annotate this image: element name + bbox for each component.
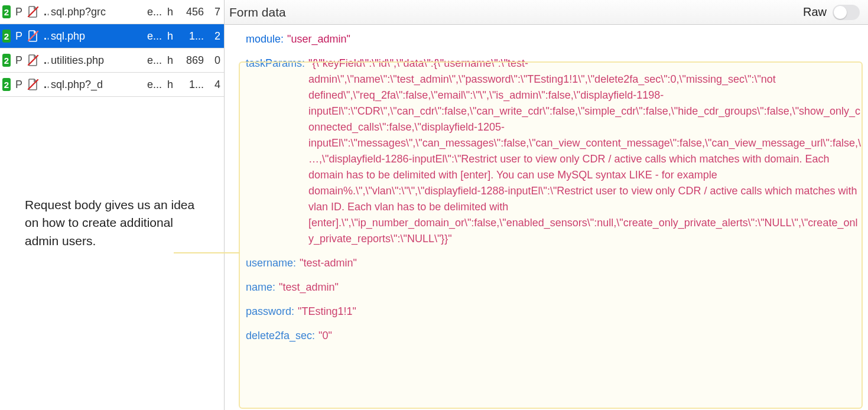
- kv-taskparams: taskParams: "{\"keyField\":\"id\",\"data…: [246, 56, 866, 247]
- annotation-text: Request body gives us an idea on how to …: [25, 198, 194, 248]
- col-h: h: [165, 54, 180, 67]
- col-e: e...: [145, 30, 165, 43]
- method-initial: P: [13, 79, 25, 91]
- key-taskparams: taskParams:: [246, 56, 305, 71]
- doc-icon: [25, 5, 41, 18]
- col-size: 456: [180, 6, 206, 18]
- key-task: task:: [246, 25, 268, 28]
- request-row[interactable]: 2 P . utilities.php e... h 869 0: [0, 48, 224, 73]
- network-request-list: 2 P . sql.php?grc e... h 456 7 2 P . sql…: [0, 0, 225, 410]
- request-row[interactable]: 2 P . sql.php e... h 1... 2: [0, 24, 224, 48]
- val-task: "CREATE": [272, 25, 321, 28]
- key-name: name:: [246, 279, 275, 295]
- form-data-body: task: "CREATE" module: "user_admin" task…: [225, 25, 868, 410]
- request-name: utilities.php: [48, 54, 145, 67]
- status-badge: 2: [0, 5, 13, 18]
- status-badge: 2: [0, 54, 13, 67]
- annotation-callout: Request body gives us an idea on how to …: [0, 196, 224, 250]
- key-delete2fa: delete2fa_sec:: [246, 328, 315, 344]
- doc-icon: [25, 30, 41, 43]
- key-module: module:: [246, 31, 284, 47]
- val-module: "user_admin": [287, 31, 350, 47]
- col-last: 0: [206, 54, 224, 67]
- doc-icon: [25, 78, 41, 91]
- col-h: h: [165, 6, 180, 18]
- request-row[interactable]: 2 P . sql.php?grc e... h 456 7: [0, 0, 224, 24]
- dot: .: [41, 54, 48, 67]
- doc-icon: [25, 54, 41, 67]
- request-name: sql.php?grc: [48, 6, 145, 18]
- col-last: 2: [206, 30, 224, 43]
- raw-toggle[interactable]: [833, 5, 860, 20]
- form-data-panel: Form data Raw task: "CREATE" module: "us…: [225, 0, 868, 410]
- request-name: sql.php?_d: [48, 79, 145, 91]
- col-e: e...: [145, 54, 165, 67]
- key-password: password:: [246, 304, 294, 320]
- val-password: "TEsting1!1": [298, 304, 356, 320]
- col-size: 869: [180, 54, 206, 67]
- col-h: h: [165, 79, 180, 91]
- col-e: e...: [145, 79, 165, 91]
- kv-delete2fa: delete2fa_sec: "0": [246, 328, 866, 344]
- kv-username: username: "test-admin": [246, 255, 866, 271]
- status-badge: 2: [0, 30, 13, 43]
- status-badge: 2: [0, 78, 13, 91]
- col-e: e...: [145, 6, 165, 18]
- kv-module: module: "user_admin": [246, 31, 866, 47]
- kv-task: task: "CREATE": [246, 25, 866, 28]
- key-username: username:: [246, 255, 296, 271]
- kv-name: name: "test_admin": [246, 279, 866, 295]
- val-username: "test-admin": [300, 255, 357, 271]
- method-initial: P: [13, 54, 25, 67]
- request-name: sql.php: [48, 30, 145, 43]
- col-last: 7: [206, 6, 224, 18]
- kv-password: password: "TEsting1!1": [246, 304, 866, 320]
- panel-title: Form data: [229, 5, 286, 19]
- col-last: 4: [206, 79, 224, 91]
- method-initial: P: [13, 6, 25, 18]
- dot: .: [41, 79, 48, 91]
- val-name: "test_admin": [279, 279, 339, 295]
- request-row[interactable]: 2 P . sql.php?_d e... h 1... 4: [0, 73, 224, 97]
- raw-label: Raw: [803, 5, 827, 19]
- method-initial: P: [13, 30, 25, 43]
- col-h: h: [165, 30, 180, 43]
- dot: .: [41, 6, 48, 18]
- col-size: 1...: [180, 79, 206, 91]
- form-data-header: Form data Raw: [225, 0, 868, 25]
- val-delete2fa: "0": [318, 328, 332, 344]
- dot: .: [41, 30, 48, 43]
- col-size: 1...: [180, 30, 206, 43]
- val-taskparams[interactable]: "{\"keyField\":\"id\",\"data\":{\"userna…: [308, 56, 866, 247]
